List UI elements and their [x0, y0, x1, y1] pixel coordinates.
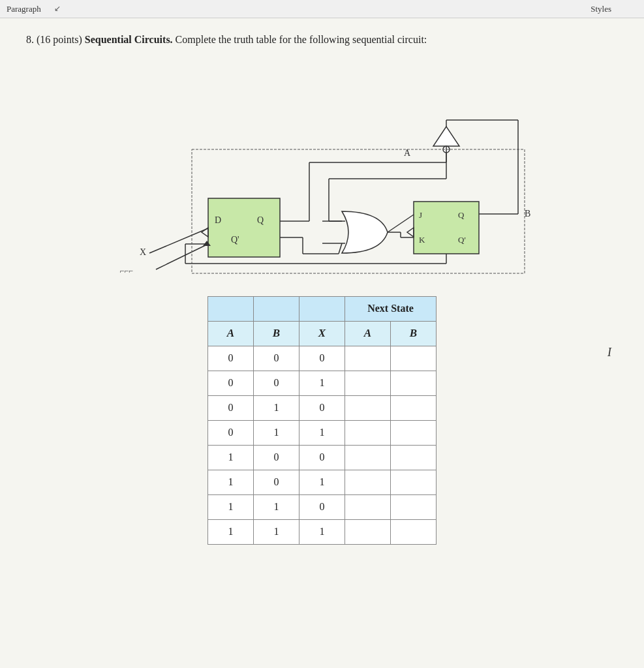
cell-7-3[interactable]	[345, 519, 391, 544]
cell-1-1: 0	[254, 371, 299, 395]
cell-6-4[interactable]	[391, 494, 437, 519]
cell-5-1: 0	[254, 470, 299, 494]
styles-label[interactable]: Styles	[590, 4, 637, 14]
cell-0-0: 0	[208, 346, 254, 371]
table-row: 0 0 0	[208, 346, 437, 371]
svg-rect-0	[208, 198, 280, 257]
cell-3-3[interactable]	[345, 420, 391, 445]
col-header-empty2	[254, 296, 299, 321]
svg-text:B: B	[525, 209, 530, 219]
table-row: 1 0 0	[208, 445, 437, 470]
cell-7-4[interactable]	[391, 519, 437, 544]
cell-3-0: 0	[208, 420, 254, 445]
cell-2-2: 0	[299, 395, 345, 420]
svg-text:K: K	[419, 235, 425, 245]
svg-text:Q: Q	[458, 210, 465, 220]
svg-line-32	[339, 243, 342, 254]
cell-5-3[interactable]	[345, 470, 391, 494]
cell-0-3[interactable]	[345, 346, 391, 371]
svg-text:D: D	[215, 215, 221, 225]
cell-7-1: 1	[254, 519, 299, 544]
cell-2-4[interactable]	[391, 395, 437, 420]
cursor: I	[607, 346, 611, 359]
cell-4-2: 0	[299, 445, 345, 470]
toolbar-icon: ↙	[54, 4, 61, 14]
cell-3-2: 1	[299, 420, 345, 445]
circuit-diagram: D Q Q' J Q K Q'	[100, 61, 544, 277]
cell-5-4[interactable]	[391, 470, 437, 494]
col-header-empty1	[208, 296, 254, 321]
cell-2-1: 1	[254, 395, 299, 420]
col-label-A: A	[208, 321, 254, 346]
cell-6-1: 1	[254, 494, 299, 519]
paragraph-label[interactable]: Paragraph	[7, 4, 41, 14]
table-body: 0 0 0 0 0 1 0 1	[208, 346, 437, 544]
question-text: 8. (16 points) Sequential Circuits. Comp…	[26, 31, 618, 48]
cell-1-3[interactable]	[345, 371, 391, 395]
table-row: 0 1 0	[208, 395, 437, 420]
cell-6-3[interactable]	[345, 494, 391, 519]
table-row: 1 1 1	[208, 519, 437, 544]
svg-line-39	[156, 244, 208, 269]
question-points: (16 points)	[37, 34, 82, 45]
svg-text:J: J	[419, 210, 422, 220]
content: 8. (16 points) Sequential Circuits. Comp…	[0, 18, 644, 668]
col-label-nextA: A	[345, 321, 391, 346]
col-label-B: B	[254, 321, 299, 346]
svg-line-37	[149, 228, 208, 253]
svg-text:Q: Q	[257, 215, 264, 225]
cell-6-0: 1	[208, 494, 254, 519]
svg-rect-5	[414, 202, 479, 254]
cell-4-3[interactable]	[345, 445, 391, 470]
svg-line-12	[388, 215, 414, 232]
page: Paragraph ↙ Styles 8. (16 points) Sequen…	[0, 0, 644, 668]
table-row: 1 0 1	[208, 470, 437, 494]
cell-3-4[interactable]	[391, 420, 437, 445]
col-header-empty3	[299, 296, 345, 321]
cell-4-4[interactable]	[391, 445, 437, 470]
truth-table: Next State A B X A B 0 0 0	[207, 296, 437, 545]
cell-7-0: 1	[208, 519, 254, 544]
cell-2-3[interactable]	[345, 395, 391, 420]
table-row: 0 0 1	[208, 371, 437, 395]
cell-0-2: 0	[299, 346, 345, 371]
svg-marker-13	[433, 127, 459, 146]
svg-text:Q': Q'	[458, 235, 466, 245]
svg-text:⌐⌐⌐: ⌐⌐⌐	[120, 266, 133, 275]
cell-1-2: 1	[299, 371, 345, 395]
cell-3-1: 1	[254, 420, 299, 445]
table-header-labels: A B X A B	[208, 321, 437, 346]
table-row: 1 1 0	[208, 494, 437, 519]
cell-5-0: 1	[208, 470, 254, 494]
cell-0-1: 0	[254, 346, 299, 371]
col-label-nextB: B	[391, 321, 437, 346]
table-row: 0 1 1	[208, 420, 437, 445]
cell-1-4[interactable]	[391, 371, 437, 395]
question-bold-label: Sequential Circuits.	[85, 34, 173, 45]
cell-5-2: 1	[299, 470, 345, 494]
toolbar: Paragraph ↙ Styles	[0, 0, 644, 18]
cell-0-4[interactable]	[391, 346, 437, 371]
col-label-X: X	[299, 321, 345, 346]
cell-4-0: 1	[208, 445, 254, 470]
cell-7-2: 1	[299, 519, 345, 544]
question-number: 8.	[26, 34, 34, 45]
truth-table-container: Next State A B X A B 0 0 0	[172, 296, 472, 545]
svg-text:X: X	[140, 247, 146, 257]
cell-1-0: 0	[208, 371, 254, 395]
table-header-top: Next State	[208, 296, 437, 321]
cell-6-2: 0	[299, 494, 345, 519]
cell-2-0: 0	[208, 395, 254, 420]
svg-text:Q': Q'	[231, 235, 239, 245]
svg-marker-45	[407, 228, 414, 237]
question-complete: Complete the truth table for the followi…	[176, 34, 427, 45]
cell-4-1: 0	[254, 445, 299, 470]
next-state-header: Next State	[345, 296, 437, 321]
